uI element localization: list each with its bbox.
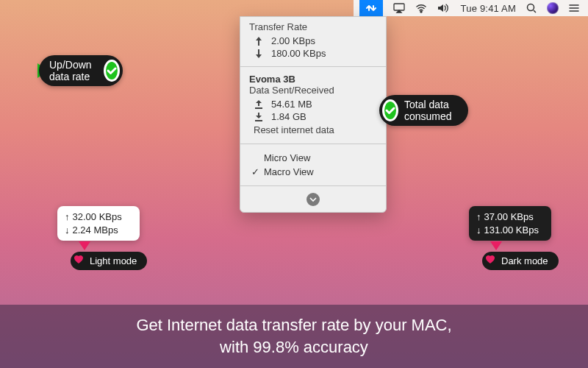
- check-icon: [104, 60, 120, 82]
- menubar-clock[interactable]: Tue 9:41 AM: [461, 0, 516, 16]
- arrow-up-icon: ↑: [65, 210, 70, 224]
- download-icon: [254, 113, 264, 121]
- callout-total: Total data consumed: [379, 103, 388, 118]
- upload-rate-value: 2.00 KBps: [271, 35, 315, 46]
- separator: [240, 66, 386, 67]
- transfer-rate-title: Transfer Rate: [249, 21, 377, 32]
- dark-down-value: 131.00 KBps: [484, 224, 539, 237]
- data-sent-received-title: Data Sent/Received: [249, 85, 377, 96]
- check-icon: [382, 99, 398, 121]
- svg-point-1: [420, 11, 422, 13]
- upload-icon: [254, 100, 264, 109]
- heart-icon: [485, 255, 495, 267]
- light-up-value: 32.00 KBps: [73, 210, 122, 224]
- light-down-value: 2.24 MBps: [73, 224, 118, 237]
- network-name: Evoma 3B: [249, 74, 377, 85]
- volume-icon[interactable]: [437, 0, 451, 16]
- data-received-row: 1.84 GB: [249, 110, 377, 123]
- menubar: Tue 9:41 AM: [354, 0, 588, 16]
- data-sent-value: 54.61 MB: [271, 99, 312, 110]
- callout-pill: Up/Down data rate: [39, 55, 123, 86]
- callout-light-mode: Light mode: [71, 252, 147, 270]
- arrow-down-icon: ↓: [476, 224, 481, 237]
- rate-widget-dark: ↑37.00 KBps ↓131.00 KBps: [469, 206, 551, 241]
- dark-mode-label: Dark mode: [501, 255, 548, 266]
- status-dropdown: Transfer Rate 2.00 KBps 180.00 KBps Evom…: [240, 16, 387, 213]
- pointer-down-icon: [79, 241, 90, 250]
- wifi-icon[interactable]: [415, 0, 427, 16]
- airplay-icon[interactable]: [393, 0, 405, 16]
- callout-updown-label: Up/Down data rate: [49, 59, 98, 82]
- callout-dark-mode: Dark mode: [482, 252, 559, 270]
- dark-up-value: 37.00 KBps: [484, 210, 534, 224]
- marketing-caption: Get Internet data transfer rate by your …: [0, 305, 588, 368]
- light-mode-label: Light mode: [90, 255, 137, 266]
- svg-rect-3: [255, 107, 262, 109]
- data-received-value: 1.84 GB: [271, 111, 306, 122]
- svg-rect-4: [255, 120, 262, 121]
- caption-line1: Get Internet data transfer rate by your …: [136, 314, 451, 336]
- rate-widget-light: ↑32.00 KBps ↓2.24 MBps: [57, 206, 140, 241]
- separator: [240, 185, 386, 186]
- data-sent-row: 54.61 MB: [249, 98, 377, 110]
- arrow-down-icon: [254, 49, 264, 58]
- callout-pill: Total data consumed: [379, 95, 468, 126]
- heart-icon: [74, 255, 84, 267]
- svg-point-2: [528, 4, 534, 11]
- micro-view-label: Micro View: [264, 152, 310, 163]
- expand-chevron-icon[interactable]: [306, 193, 320, 206]
- pointer-down-icon: [490, 241, 502, 250]
- caption-line2: with 99.8% accuracy: [136, 336, 451, 358]
- upload-rate-row: 2.00 KBps: [249, 35, 377, 47]
- separator: [240, 144, 386, 144]
- menubar-app-icon[interactable]: [359, 0, 383, 16]
- download-rate-row: 180.00 KBps: [249, 47, 377, 60]
- checkmark-icon: ✓: [251, 166, 259, 177]
- callout-updown: Up/Down data rate: [39, 63, 48, 78]
- download-rate-value: 180.00 KBps: [271, 48, 326, 59]
- arrow-down-icon: ↓: [65, 224, 70, 237]
- notification-center-icon[interactable]: [569, 0, 579, 16]
- macro-view-label: Macro View: [264, 166, 314, 177]
- reset-data-button[interactable]: Reset internet data: [249, 123, 377, 137]
- micro-view-option[interactable]: Micro View: [249, 151, 377, 165]
- arrow-up-icon: [254, 37, 264, 46]
- callout-total-label: Total data consumed: [404, 99, 458, 122]
- siri-icon[interactable]: [547, 0, 559, 16]
- spotlight-icon[interactable]: [526, 0, 537, 16]
- macro-view-option[interactable]: ✓ Macro View: [249, 165, 377, 179]
- svg-rect-0: [394, 4, 404, 10]
- arrow-up-icon: ↑: [476, 210, 481, 224]
